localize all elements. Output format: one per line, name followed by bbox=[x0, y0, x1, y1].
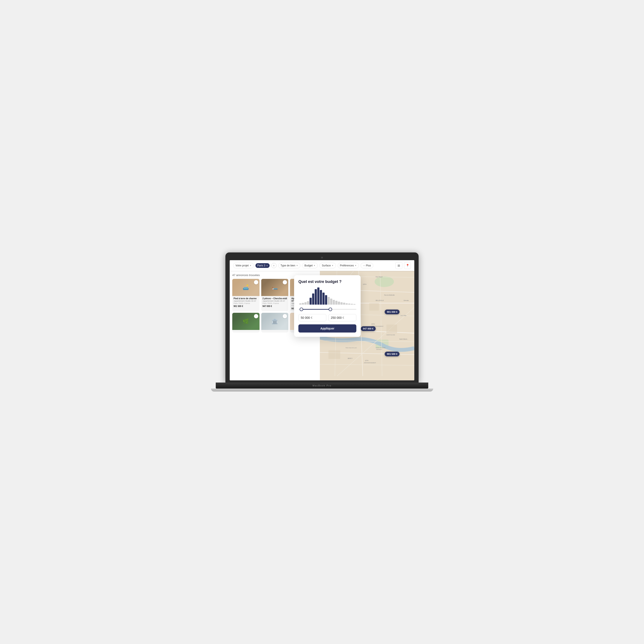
max-budget-input[interactable]: 250 000 € bbox=[328, 314, 356, 321]
laptop-camera bbox=[321, 257, 323, 258]
listing-card-3[interactable]: 🌿 ♡ bbox=[232, 313, 260, 333]
listing-price-1: 947 000 € bbox=[263, 305, 287, 307]
histogram-bar-6 bbox=[315, 289, 317, 305]
histogram-bar-10 bbox=[325, 295, 327, 305]
max-budget-currency: € bbox=[343, 316, 344, 319]
histogram-bar-20 bbox=[351, 304, 353, 305]
svg-text:Rue Riquet: Rue Riquet bbox=[376, 276, 383, 278]
laptop-base bbox=[211, 389, 433, 392]
apply-button[interactable]: Appliquer bbox=[298, 324, 356, 333]
histogram-bar-16 bbox=[340, 302, 343, 305]
histogram-bar-14 bbox=[335, 301, 337, 305]
map-pin-icon: 📍 bbox=[406, 264, 409, 267]
map-pin-3-label: 901 500 € bbox=[387, 353, 397, 355]
listing-info-4 bbox=[261, 330, 289, 333]
svg-text:19TH: 19TH bbox=[363, 284, 366, 285]
listing-info-1: 2 pièces – Cherche-midi Appartement Stud… bbox=[261, 296, 289, 309]
histogram-bar-18 bbox=[346, 303, 348, 305]
map-view-btn[interactable]: 📍 bbox=[404, 262, 411, 269]
histogram-bar-11 bbox=[328, 297, 330, 305]
min-budget-currency: € bbox=[311, 316, 313, 319]
add-filter-btn[interactable]: + bbox=[271, 263, 276, 268]
listing-info-3 bbox=[232, 330, 260, 333]
svg-text:Gervais: Gervais bbox=[404, 300, 409, 301]
paris3-label: Paris 3 bbox=[257, 264, 265, 267]
navbar: Votre projet ▼ Paris 3 ✕ + Type de bien … bbox=[230, 260, 414, 271]
budget-modal: Quel est votre budget ? bbox=[294, 275, 361, 337]
laptop-bottom-bar: MacBook Pro bbox=[216, 383, 428, 389]
nav-icon-group: ⊞ 📍 bbox=[395, 262, 411, 269]
histogram-bar-7 bbox=[317, 287, 319, 305]
svg-text:BERCY: BERCY bbox=[348, 358, 353, 359]
svg-text:DISTRICT: DISTRICT bbox=[376, 349, 382, 350]
histogram-bar-3 bbox=[307, 301, 309, 305]
min-budget-input[interactable]: 50 000 € bbox=[298, 314, 326, 321]
svg-text:12TH: 12TH bbox=[365, 360, 368, 361]
range-thumb-min[interactable] bbox=[300, 308, 303, 311]
laptop-wrapper: LES TERNES 8TH ARRONDIS... 19TH BELLEVIL… bbox=[225, 252, 419, 392]
max-budget-value: 250 000 bbox=[331, 316, 342, 319]
votre-projet-btn[interactable]: Votre projet ▼ bbox=[233, 263, 254, 268]
histogram-bar-19 bbox=[348, 304, 350, 305]
range-fill bbox=[301, 309, 330, 310]
more-btn[interactable]: ··· Plus bbox=[361, 263, 373, 268]
histogram-bar-13 bbox=[333, 300, 335, 305]
surface-label: Surface bbox=[322, 264, 331, 267]
svg-text:Rue de Belleville: Rue de Belleville bbox=[384, 294, 395, 296]
histogram bbox=[298, 287, 356, 305]
map-pin-2[interactable]: 947 000 € bbox=[361, 326, 376, 331]
grid-icon: ⊞ bbox=[398, 264, 400, 267]
grid-view-btn[interactable]: ⊞ bbox=[395, 262, 402, 269]
budget-btn[interactable]: Budget ▼ bbox=[302, 263, 318, 268]
svg-rect-27 bbox=[369, 303, 379, 311]
type-bien-chevron: ▼ bbox=[296, 264, 298, 267]
listing-img-1: 🛏️ ♡ bbox=[261, 279, 289, 296]
map-pin-3[interactable]: 901 500 € bbox=[385, 352, 399, 356]
svg-text:SAINT-BLAISE: SAINT-BLAISE bbox=[386, 334, 395, 336]
svg-text:20TH: 20TH bbox=[371, 323, 375, 325]
listing-heart-0[interactable]: ♡ bbox=[254, 280, 258, 284]
map-pin-1[interactable]: 901 000 € bbox=[385, 310, 399, 314]
preferences-chevron: ▼ bbox=[355, 264, 357, 267]
histogram-bar-12 bbox=[330, 299, 332, 305]
listing-img-4: 🏛️ ♡ bbox=[261, 313, 289, 330]
type-bien-btn[interactable]: Type de bien ▼ bbox=[278, 263, 301, 268]
map-pin-2-label: 947 000 € bbox=[363, 327, 374, 330]
svg-text:ARRONDISSEMENT: ARRONDISSEMENT bbox=[364, 362, 376, 363]
histogram-bar-2 bbox=[304, 302, 307, 305]
preferences-btn[interactable]: Préférences ▼ bbox=[338, 263, 359, 268]
map-pin-1-label: 901 000 € bbox=[387, 311, 397, 313]
surface-btn[interactable]: Surface ▼ bbox=[319, 263, 336, 268]
budget-chevron: ▼ bbox=[313, 264, 315, 267]
preferences-label: Préférences bbox=[340, 264, 354, 267]
votre-projet-chevron: ▼ bbox=[249, 264, 251, 267]
paris3-close[interactable]: ✕ bbox=[266, 264, 268, 267]
histogram-bar-5 bbox=[312, 293, 314, 305]
paris3-tag[interactable]: Paris 3 ✕ bbox=[255, 263, 269, 268]
svg-rect-28 bbox=[386, 325, 397, 333]
listing-card-0[interactable]: 🛋️ ♡ Pied à terre de charme Appartement … bbox=[232, 279, 260, 311]
range-thumb-max[interactable] bbox=[329, 308, 332, 311]
listing-info-0: Pied à terre de charme Appartement Studi… bbox=[232, 296, 260, 309]
histogram-bar-9 bbox=[322, 293, 325, 305]
listing-location-0: Paris 75003, France bbox=[234, 302, 258, 304]
listing-heart-3[interactable]: ♡ bbox=[254, 314, 258, 318]
listing-card-4[interactable]: 🏛️ ♡ bbox=[261, 313, 289, 333]
listing-card-1[interactable]: 🛏️ ♡ 2 pièces – Cherche-midi Appartement… bbox=[261, 279, 289, 311]
range-slider[interactable] bbox=[298, 307, 356, 311]
budget-modal-title: Quel est votre budget ? bbox=[298, 279, 356, 284]
type-bien-label: Type de bien bbox=[281, 264, 295, 267]
listing-location-1: Paris 75003, France bbox=[263, 302, 287, 304]
budget-label: Budget bbox=[304, 264, 313, 267]
svg-text:Les Lilas: Les Lilas bbox=[400, 315, 406, 316]
listing-title-0: Pied à terre de charme bbox=[234, 297, 258, 300]
histogram-bar-15 bbox=[338, 302, 340, 305]
histogram-bar-4 bbox=[310, 298, 312, 305]
histogram-bar-1 bbox=[302, 303, 304, 305]
laptop-screen: LES TERNES 8TH ARRONDIS... 19TH BELLEVIL… bbox=[230, 260, 414, 380]
screen-content: LES TERNES 8TH ARRONDIS... 19TH BELLEVIL… bbox=[230, 260, 414, 380]
more-label: ··· Plus bbox=[363, 264, 371, 267]
listing-title-1: 2 pièces – Cherche-midi bbox=[263, 297, 287, 300]
surface-chevron: ▼ bbox=[332, 264, 334, 267]
listing-price-0: 901 500 € bbox=[234, 305, 258, 307]
